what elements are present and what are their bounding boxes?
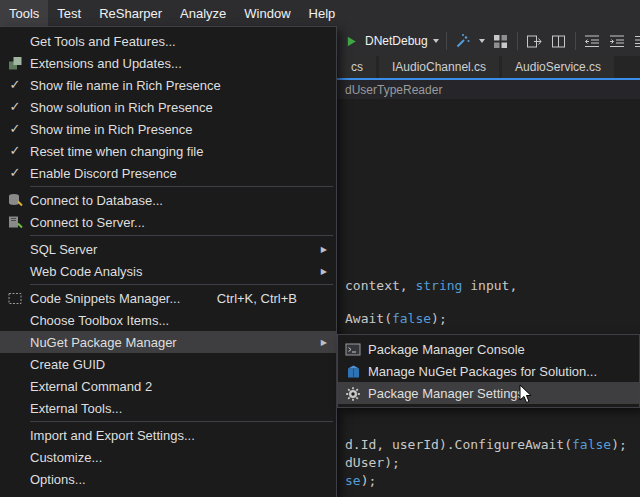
comment-lines-icon[interactable]: [633, 31, 640, 51]
indent-increase-icon[interactable]: [608, 31, 626, 51]
menu-item-show-solution-rich-presence[interactable]: Show solution in Rich Presence: [0, 96, 336, 118]
menu-item-reset-time-when-changing-file[interactable]: Reset time when changing file: [0, 140, 336, 162]
menu-item-create-guid[interactable]: Create GUID: [0, 353, 336, 375]
checkmark-icon: [0, 118, 30, 140]
menu-item-label: External Tools...: [30, 401, 331, 416]
menu-item-label: Connect to Server...: [30, 215, 331, 230]
menu-item-label: Code Snippets Manager...: [30, 291, 217, 306]
menu-item-customize[interactable]: Customize...: [0, 446, 336, 468]
breadcrumb-text: dUserTypeReader: [345, 83, 442, 97]
code-line: Await(false);: [345, 311, 447, 326]
code-line: d.Id, userId).ConfigureAwait(false);: [345, 437, 627, 452]
menu-item-external-tools[interactable]: External Tools...: [0, 397, 336, 419]
menu-item-manage-nuget-packages-for-solution[interactable]: Manage NuGet Packages for Solution...: [338, 360, 639, 382]
console-icon: [338, 338, 368, 360]
tab-iaudiochannel[interactable]: IAudioChannel.cs: [379, 56, 499, 78]
menu-item-sql-server[interactable]: SQL Server: [0, 238, 336, 260]
menu-item-label: Package Manager Settings: [368, 386, 634, 401]
menu-item-label: Web Code Analysis: [30, 264, 311, 279]
menubar-item-analyze[interactable]: Analyze: [171, 0, 235, 26]
tab-audioservice[interactable]: AudioService.cs: [502, 56, 614, 78]
code-line: se);: [345, 473, 376, 488]
vs-window: Tools Test ReSharper Analyze Window Help…: [0, 0, 640, 497]
menu-separator: [30, 421, 333, 422]
wand-icon[interactable]: [454, 31, 472, 51]
menu-item-label: Show solution in Rich Presence: [30, 100, 331, 115]
extensions-icon: [0, 52, 30, 74]
menu-item-label: Package Manager Console: [368, 342, 634, 357]
grid-icon[interactable]: [492, 31, 510, 51]
menu-item-label: Customize...: [30, 450, 331, 465]
submenu-arrow-icon: [311, 245, 331, 254]
menu-item-label: Show file name in Rich Presence: [30, 78, 331, 93]
menu-item-nuget-package-manager[interactable]: NuGet Package Manager: [0, 331, 336, 353]
chevron-down-icon[interactable]: [479, 39, 485, 43]
code-line: context, string input,: [345, 278, 517, 293]
database-icon: [0, 189, 30, 211]
submenu-arrow-icon: [311, 338, 331, 347]
toolbar-separator: [446, 32, 447, 50]
menubar-item-tools[interactable]: Tools: [0, 0, 48, 26]
menu-item-label: Get Tools and Features...: [30, 34, 331, 49]
server-icon: [0, 211, 30, 233]
menu-item-label: Create GUID: [30, 357, 331, 372]
menu-item-label: Reset time when changing file: [30, 144, 331, 159]
menu-item-label: Connect to Database...: [30, 193, 331, 208]
menu-item-connect-to-server[interactable]: Connect to Server...: [0, 211, 336, 233]
menu-item-label: Show time in Rich Presence: [30, 122, 331, 137]
indent-decrease-icon[interactable]: [583, 31, 601, 51]
start-debug-button[interactable]: DNetDebug: [342, 31, 439, 51]
menu-item-label: SQL Server: [30, 242, 311, 257]
toolbar-separator: [517, 32, 518, 50]
checkmark-icon: [0, 96, 30, 118]
menu-item-code-snippets-manager[interactable]: Code Snippets Manager... Ctrl+K, Ctrl+B: [0, 287, 336, 309]
chevron-down-icon: [433, 39, 439, 43]
nuget-submenu-popup: Package Manager Console Manage NuGet Pac…: [337, 334, 640, 408]
menu-item-shortcut: Ctrl+K, Ctrl+B: [217, 291, 297, 306]
menu-item-label: Manage NuGet Packages for Solution...: [368, 364, 634, 379]
menu-item-show-time-rich-presence[interactable]: Show time in Rich Presence: [0, 118, 336, 140]
tools-menu-popup: Get Tools and Features... Extensions and…: [0, 26, 337, 497]
menu-item-get-tools-and-features[interactable]: Get Tools and Features...: [0, 30, 336, 52]
checkmark-icon: [0, 74, 30, 96]
menu-item-label: NuGet Package Manager: [30, 335, 311, 350]
columns-icon[interactable]: [550, 31, 568, 51]
menu-item-label: Import and Export Settings...: [30, 428, 331, 443]
menu-separator: [30, 235, 333, 236]
menu-item-connect-to-database[interactable]: Connect to Database...: [0, 189, 336, 211]
go-to-icon[interactable]: [525, 31, 543, 51]
checkmark-icon: [0, 162, 30, 184]
menu-item-label: Extensions and Updates...: [30, 56, 331, 71]
menubar-item-help[interactable]: Help: [300, 0, 345, 26]
run-config-label: DNetDebug: [365, 34, 428, 48]
package-icon: [338, 360, 368, 382]
checkmark-icon: [0, 140, 30, 162]
menu-item-web-code-analysis[interactable]: Web Code Analysis: [0, 260, 336, 282]
code-line: dUser);: [345, 455, 400, 470]
submenu-arrow-icon: [311, 267, 331, 276]
menu-item-package-manager-console[interactable]: Package Manager Console: [338, 338, 639, 360]
menu-separator: [30, 186, 333, 187]
menubar-item-window[interactable]: Window: [235, 0, 299, 26]
menu-separator: [30, 284, 333, 285]
menu-item-options[interactable]: Options...: [0, 468, 336, 490]
menu-item-label: Choose Toolbox Items...: [30, 313, 331, 328]
menu-item-package-manager-settings[interactable]: Package Manager Settings: [338, 382, 639, 404]
menu-bar: Tools Test ReSharper Analyze Window Help: [0, 0, 640, 26]
menu-item-import-export-settings[interactable]: Import and Export Settings...: [0, 424, 336, 446]
toolbar-separator: [575, 32, 576, 50]
play-icon: [342, 31, 360, 51]
snippets-icon: [0, 287, 30, 309]
menu-item-label: Options...: [30, 472, 331, 487]
menu-item-enable-discord-presence[interactable]: Enable Discord Presence: [0, 162, 336, 184]
menubar-item-test[interactable]: Test: [48, 0, 90, 26]
menu-item-label: Enable Discord Presence: [30, 166, 331, 181]
menu-item-show-file-name-rich-presence[interactable]: Show file name in Rich Presence: [0, 74, 336, 96]
menubar-item-resharper[interactable]: ReSharper: [90, 0, 171, 26]
menu-item-external-command-2[interactable]: External Command 2: [0, 375, 336, 397]
menu-item-extensions-and-updates[interactable]: Extensions and Updates...: [0, 52, 336, 74]
tab-partial[interactable]: cs: [338, 56, 376, 78]
menu-item-label: External Command 2: [30, 379, 331, 394]
menu-item-choose-toolbox-items[interactable]: Choose Toolbox Items...: [0, 309, 336, 331]
gear-icon: [338, 382, 368, 404]
